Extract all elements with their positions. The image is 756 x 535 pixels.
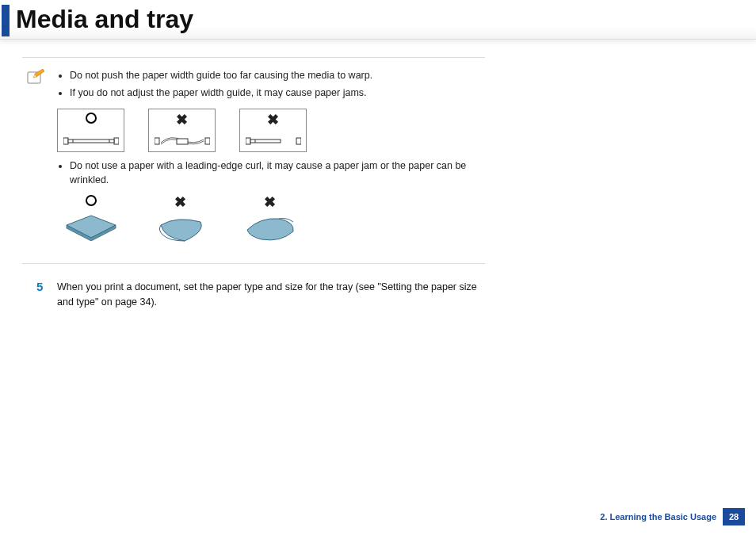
svg-rect-1: [63, 138, 68, 144]
page-header: Media and tray: [0, 0, 756, 40]
curl-bullet-list: Do not use a paper with a leading-edge c…: [57, 159, 485, 187]
paper-flat-icon: [63, 211, 119, 241]
header-accent-bar: [2, 5, 10, 36]
svg-marker-13: [67, 216, 116, 238]
tray-diagram-correct: [57, 109, 124, 152]
note-pencil-icon: [27, 69, 46, 85]
paper-curl2-icon: [242, 214, 298, 244]
svg-rect-3: [68, 139, 114, 143]
cross-mark-icon: ✖: [176, 113, 188, 127]
main-content: Do not push the paper width guide too fa…: [0, 40, 507, 310]
svg-rect-9: [246, 138, 250, 144]
cross-mark-icon: ✖: [174, 195, 186, 209]
cross-mark-icon: ✖: [267, 113, 279, 127]
note-bullet-1: Do not push the paper width guide too fa…: [70, 67, 485, 83]
tray-warped-icon: [155, 136, 210, 147]
svg-rect-10: [296, 138, 301, 144]
note-bullet-2: If you do not adjust the paper width gui…: [70, 85, 485, 101]
svg-rect-6: [155, 138, 159, 144]
tray-gap-icon: [246, 136, 301, 147]
tray-diagram-gap: ✖: [239, 109, 307, 152]
paper-curl-diagram-row: ✖ ✖: [57, 195, 485, 244]
footer-chapter: 2. Learning the Basic Usage: [600, 512, 716, 522]
step-5-row: 5 When you print a document, set the pap…: [36, 280, 485, 310]
cross-mark-icon: ✖: [264, 195, 276, 209]
note-callout: Do not push the paper width guide too fa…: [22, 57, 485, 264]
paper-curl1-icon: [153, 214, 208, 244]
step-number: 5: [36, 280, 57, 310]
curl-bullet: Do not use a paper with a leading-edge c…: [70, 159, 485, 187]
note-bullets: Do not push the paper width guide too fa…: [57, 67, 485, 101]
paper-curl-1: ✖: [147, 195, 214, 244]
paper-curl-2: ✖: [236, 195, 304, 244]
tray-diagram-row: ✖ ✖: [57, 109, 485, 152]
svg-rect-7: [205, 138, 210, 144]
footer-page-number: 28: [723, 508, 745, 525]
paper-flat: [57, 195, 124, 244]
tray-diagram-warped: ✖: [148, 109, 216, 152]
page-footer: 2. Learning the Basic Usage 28: [600, 508, 745, 525]
page-title: Media and tray: [16, 5, 193, 34]
svg-rect-2: [114, 138, 119, 144]
tray-correct-icon: [63, 136, 119, 147]
ok-mark-icon: [86, 195, 97, 206]
step-text: When you print a document, set the paper…: [57, 280, 485, 310]
ok-mark-icon: [86, 113, 97, 124]
svg-rect-8: [177, 139, 188, 144]
